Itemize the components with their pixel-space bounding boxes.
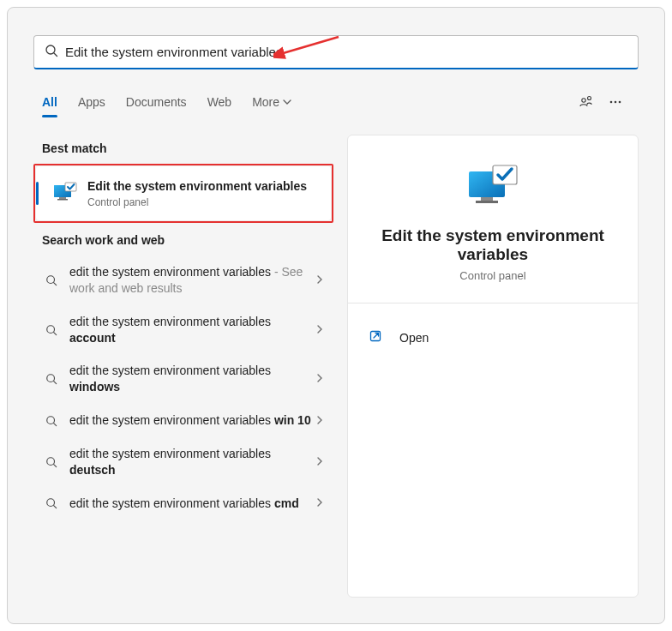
search-icon	[42, 456, 61, 468]
tab-documents[interactable]: Documents	[126, 90, 187, 114]
more-options-icon[interactable]	[601, 94, 630, 110]
svg-point-19	[47, 416, 55, 424]
svg-point-4	[588, 97, 591, 100]
svg-point-23	[47, 499, 55, 507]
svg-line-16	[54, 332, 57, 334]
svg-rect-11	[57, 199, 68, 201]
svg-rect-10	[59, 197, 66, 199]
monitor-check-icon	[53, 181, 77, 205]
chevron-down-icon	[283, 95, 291, 109]
search-icon	[42, 373, 61, 385]
tab-all[interactable]: All	[42, 90, 57, 114]
chevron-right-icon	[315, 273, 325, 288]
svg-point-3	[582, 99, 585, 102]
chevron-right-icon	[315, 496, 325, 511]
web-result-text: edit the system environment variables ac…	[69, 314, 315, 346]
tab-web[interactable]: Web	[207, 90, 232, 114]
chevron-right-icon	[315, 413, 325, 429]
annotation-highlight-box: Edit the system environment variables Co…	[33, 164, 333, 223]
detail-subtitle: Control panel	[369, 269, 617, 282]
open-label: Open	[399, 331, 429, 345]
detail-app-icon	[369, 163, 617, 211]
svg-point-13	[47, 276, 55, 284]
best-match-subtitle: Control panel	[87, 196, 307, 208]
search-icon	[42, 497, 61, 509]
web-result-item[interactable]: edit the system environment variables wi…	[33, 354, 333, 404]
search-icon	[45, 44, 58, 61]
svg-point-21	[47, 458, 55, 466]
web-result-item[interactable]: edit the system environment variables wi…	[33, 404, 333, 437]
svg-point-0	[46, 45, 55, 54]
svg-line-14	[54, 282, 57, 285]
chevron-right-icon	[315, 454, 325, 470]
svg-rect-26	[481, 197, 493, 201]
search-input[interactable]: Edit the system environment variables	[33, 35, 639, 69]
best-match-title: Edit the system environment variables	[87, 178, 307, 195]
search-value: Edit the system environment variables	[65, 45, 627, 59]
open-action[interactable]: Open	[369, 324, 617, 352]
web-result-text: edit the system environment variables de…	[69, 446, 315, 478]
svg-point-7	[619, 101, 621, 104]
results-left-pane: Best match	[33, 135, 333, 598]
chevron-right-icon	[315, 371, 325, 387]
svg-line-20	[54, 423, 57, 425]
svg-line-22	[54, 465, 57, 467]
search-icon	[42, 415, 61, 427]
filter-tabs: All Apps Documents Web More	[42, 87, 630, 117]
web-result-item[interactable]: edit the system environment variables de…	[33, 437, 333, 487]
svg-point-5	[610, 101, 613, 104]
chevron-right-icon	[315, 322, 325, 338]
svg-line-24	[54, 506, 57, 508]
web-result-text: edit the system environment variables wi…	[69, 363, 315, 395]
best-match-result[interactable]: Edit the system environment variables Co…	[35, 165, 332, 221]
svg-point-6	[615, 101, 617, 104]
divider	[348, 303, 638, 303]
web-result-text: edit the system environment variables wi…	[69, 412, 315, 429]
svg-line-18	[54, 382, 57, 384]
web-result-item[interactable]: edit the system environment variables ac…	[33, 305, 333, 355]
svg-point-15	[47, 325, 55, 333]
web-section-header: Search work and web	[42, 233, 325, 247]
detail-title: Edit the system environment variables	[369, 226, 617, 264]
tab-more[interactable]: More	[252, 90, 291, 114]
org-search-icon[interactable]	[572, 94, 601, 110]
web-result-item[interactable]: edit the system environment variables - …	[33, 255, 333, 305]
web-result-text: edit the system environment variables - …	[69, 264, 315, 297]
svg-line-1	[54, 53, 57, 57]
tab-apps[interactable]: Apps	[78, 90, 105, 114]
svg-point-17	[47, 375, 55, 382]
best-match-header: Best match	[42, 141, 325, 155]
details-pane: Edit the system environment variables Co…	[347, 135, 639, 598]
web-result-item[interactable]: edit the system environment variables cm…	[33, 487, 333, 520]
svg-rect-27	[476, 201, 498, 203]
open-external-icon	[369, 329, 387, 346]
web-results-list: edit the system environment variables - …	[33, 255, 333, 520]
search-icon	[42, 274, 61, 286]
search-icon	[42, 324, 61, 336]
web-result-text: edit the system environment variables cm…	[69, 496, 315, 512]
